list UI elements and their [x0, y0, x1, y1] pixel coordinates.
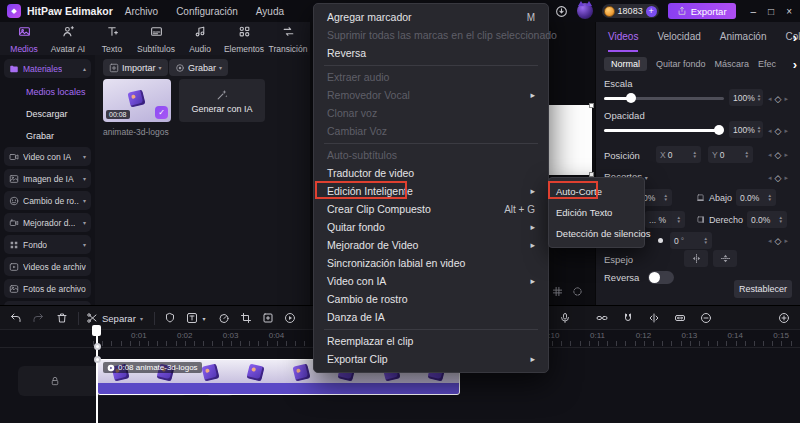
context-menu-item[interactable]: Agregar marcadorM	[314, 8, 548, 26]
gauge-icon[interactable]	[218, 312, 230, 324]
context-menu-item[interactable]: Cambio de rostro	[314, 290, 548, 308]
ribbon-tab-transici-n[interactable]: Transición	[266, 22, 310, 55]
export-button[interactable]: Exportar	[668, 3, 736, 19]
split-label[interactable]: Separar	[102, 313, 136, 324]
context-menu-item[interactable]: Reemplazar el clip	[314, 332, 548, 350]
close-icon[interactable]: ×	[786, 6, 792, 17]
crop-keyframe-nav[interactable]: ◂◇▸	[768, 173, 788, 183]
sidebar-item[interactable]: Materiales▴	[4, 59, 91, 78]
maximize-icon[interactable]: □	[768, 6, 774, 17]
grid-icon[interactable]	[552, 286, 563, 297]
scissors-icon[interactable]	[86, 312, 98, 324]
import-button[interactable]: Importar ▾	[103, 59, 168, 76]
generate-ai-button[interactable]: Generar con IA	[179, 79, 265, 122]
context-menu-item[interactable]: Crear Clip CompuestoAlt + G	[314, 200, 548, 218]
reset-button[interactable]: Restablecer	[734, 280, 792, 298]
minus-circle-icon[interactable]	[700, 312, 712, 324]
subtab-normal[interactable]: Normal	[604, 57, 647, 71]
stepper-icon[interactable]: ▲▼	[677, 216, 681, 224]
redo-icon[interactable]	[32, 312, 44, 324]
fade-handle[interactable]	[94, 343, 101, 350]
mic-icon[interactable]	[559, 312, 571, 324]
tab-videos[interactable]: Videos	[608, 22, 638, 52]
playhead-handle[interactable]	[92, 325, 101, 336]
media-thumbnail[interactable]: 00:08 ✓	[103, 79, 171, 122]
sidebar-item[interactable]: Cambio de ro...▾	[4, 191, 91, 210]
sidebar-item[interactable]: Video con IA▾	[4, 147, 91, 166]
ribbon-tab-elementos[interactable]: Elementos	[222, 22, 266, 55]
scale-value-box[interactable]: 100% ▲▼	[729, 89, 763, 106]
preview-video-frame[interactable]	[548, 105, 592, 175]
sidebar-item[interactable]: Mejorador d...▾	[4, 213, 91, 232]
marker-icon[interactable]	[164, 312, 176, 324]
link-icon[interactable]	[596, 312, 608, 324]
context-menu-item[interactable]: Sincronización labial en video	[314, 254, 548, 272]
subtab-quitar-fondo[interactable]: Quitar fondo	[656, 59, 706, 69]
mirror-vertical-button[interactable]	[713, 250, 737, 267]
chevron-right-icon[interactable]: ›	[793, 57, 797, 72]
ribbon-tab-avatar-ai[interactable]: Avatar AI	[46, 22, 90, 55]
scale-keyframe-nav[interactable]: ◂◇▸	[768, 94, 788, 104]
lock-icon[interactable]	[50, 376, 61, 387]
context-menu-item[interactable]: Danza de IA	[314, 308, 548, 326]
crop-icon[interactable]	[240, 312, 252, 324]
menubar-item[interactable]: Configuración	[176, 6, 238, 17]
sidebar-item[interactable]: Fondo▾	[4, 235, 91, 254]
sidebar-item[interactable]: Descargar	[4, 103, 91, 125]
sidebar-item[interactable]: Fotos de archivo	[4, 279, 91, 298]
position-keyframe-nav[interactable]: ◂◇▸	[768, 150, 788, 160]
stepper-icon[interactable]: ▲▼	[704, 237, 708, 245]
context-menu-item[interactable]: Video con IA▸	[314, 272, 548, 290]
chevron-right-icon[interactable]: ›	[793, 30, 797, 45]
tab-animación[interactable]: Animación	[720, 22, 767, 52]
rotation-keyframe-nav[interactable]: ◂◇▸	[768, 236, 788, 246]
magnet-icon[interactable]	[622, 312, 634, 324]
crop-right-box[interactable]: 0.0%▲▼	[747, 211, 787, 228]
stepper-icon[interactable]: ▲▼	[664, 194, 668, 202]
undo-icon[interactable]	[10, 312, 22, 324]
playhead[interactable]	[96, 325, 98, 423]
sidebar-item[interactable]: Grabar	[4, 125, 91, 147]
tab-velocidad[interactable]: Velocidad	[657, 22, 700, 52]
position-x-box[interactable]: X 0 ▲▼	[656, 146, 701, 163]
download-icon[interactable]	[555, 5, 568, 18]
reverse-toggle[interactable]	[648, 271, 674, 284]
sidebar-item[interactable]: Medios locales	[4, 81, 91, 103]
sidebar-item[interactable]: Videos de archivo	[4, 257, 91, 276]
context-menu-item[interactable]: Exportar Clip▸	[314, 350, 548, 368]
transform-icon[interactable]	[262, 312, 274, 324]
opacity-keyframe-nav[interactable]: ◂◇▸	[768, 126, 788, 136]
coin-balance[interactable]: 18083 +	[602, 4, 659, 18]
stepper-icon[interactable]: ▲▼	[757, 94, 761, 102]
text-tool-icon[interactable]	[186, 312, 198, 324]
split-icon[interactable]	[648, 312, 660, 324]
record-button[interactable]: Grabar ▾	[169, 59, 228, 76]
context-menu-item[interactable]: Traductor de video	[314, 164, 548, 182]
ribbon-tab-audio[interactable]: Audio	[178, 22, 222, 55]
context-submenu-item[interactable]: Edición Texto	[549, 202, 644, 223]
sidebar-item[interactable]: Imagen de IA▾	[4, 169, 91, 188]
crop-bottom-box[interactable]: 0.0%▲▼	[736, 189, 776, 206]
add-coins-icon[interactable]: +	[646, 6, 657, 17]
trash-icon[interactable]	[56, 312, 68, 324]
rotate-preview-icon[interactable]	[572, 286, 583, 297]
selection-handle[interactable]	[589, 103, 594, 108]
opacity-value-box[interactable]: 100% ▲▼	[729, 121, 763, 138]
play-circle-icon[interactable]	[284, 312, 296, 324]
context-menu-item[interactable]: Quitar fondo▸	[314, 218, 548, 236]
minimize-icon[interactable]: –	[751, 6, 757, 17]
position-y-box[interactable]: Y 0 ▲▼	[708, 146, 753, 163]
crop-left-box[interactable]: ... %▲▼	[645, 211, 685, 228]
fit-icon[interactable]	[674, 312, 686, 324]
avatar[interactable]	[577, 3, 593, 19]
ribbon-tab-medios[interactable]: Medios	[2, 22, 46, 55]
opacity-slider[interactable]	[604, 125, 724, 135]
subtab-efec[interactable]: Efec	[758, 59, 776, 69]
stepper-icon[interactable]: ▲▼	[768, 194, 772, 202]
menubar-item[interactable]: Ayuda	[256, 6, 284, 17]
stepper-icon[interactable]: ▲▼	[693, 151, 697, 159]
rotation-box[interactable]: 0 ° ▲▼	[670, 232, 712, 249]
stepper-icon[interactable]: ▲▼	[757, 126, 761, 134]
mirror-horizontal-button[interactable]	[684, 250, 708, 267]
context-menu-item[interactable]: Reversa	[314, 44, 548, 62]
